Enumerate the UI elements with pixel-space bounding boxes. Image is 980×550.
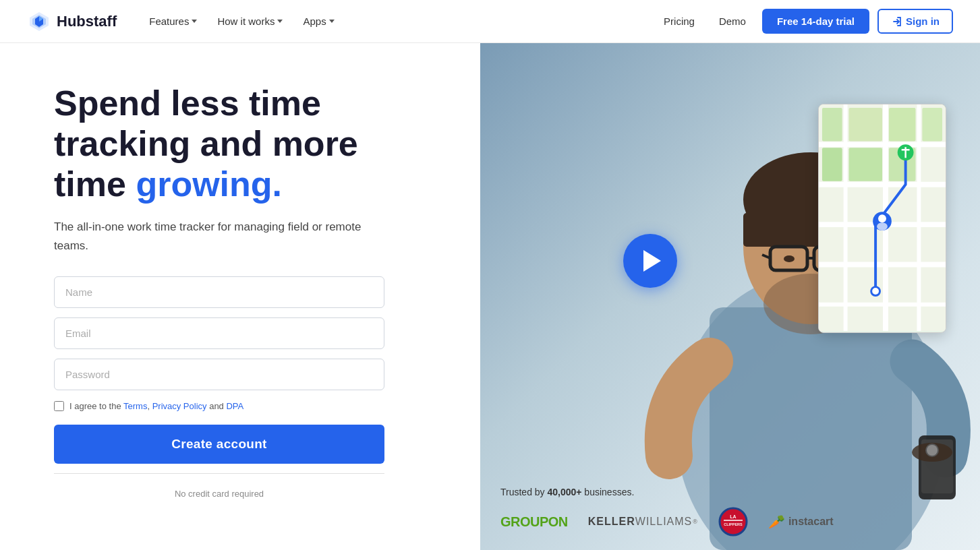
email-input[interactable] [54,317,384,349]
terms-link[interactable]: Terms [123,401,147,411]
nav-demo[interactable]: Demo [711,10,754,32]
left-panel: Spend less timetracking and moretime gro… [0,43,480,550]
signin-icon [891,16,902,27]
nav-right: Pricing Demo Free 14-day trial Sign in [656,9,953,34]
map-grid-svg [819,104,946,331]
main-container: Spend less timetracking and moretime gro… [0,43,980,550]
logos-row: GROUPON KELLERWILLIAMS® LA CLIPPERS 🥕 i [500,507,980,537]
nav-features[interactable]: Features [141,10,205,32]
chevron-down-icon [192,20,197,23]
hero-headline: Spend less timetracking and moretime gro… [54,84,440,204]
privacy-link[interactable]: Privacy Policy [152,401,207,411]
svg-point-40 [872,288,879,295]
signup-form [54,276,440,390]
headline-accent: growing. [136,164,282,204]
svg-rect-34 [822,148,842,181]
right-panel: Trusted by 40,000+ businesses. GROUPON K… [480,43,980,550]
trusted-section: Trusted by 40,000+ businesses. GROUPON K… [500,487,980,537]
terms-checkbox[interactable] [54,401,64,411]
dpa-link[interactable]: DPA [226,401,243,411]
svg-text:LA: LA [730,514,736,519]
instacart-logo: 🥕 instacart [768,514,834,530]
trusted-text: Trusted by 40,000+ businesses. [500,487,980,497]
svg-point-22 [927,445,938,456]
hubstaff-logo-icon [27,9,51,34]
create-account-button[interactable]: Create account [54,425,384,464]
svg-rect-36 [889,108,916,141]
no-credit-text: No credit card required [54,489,384,499]
hero-subtitle: The all-in-one work time tracker for man… [54,218,371,254]
password-input[interactable] [54,359,384,390]
map-overlay [818,104,946,333]
terms-label-text: I agree to the Terms, Privacy Policy and… [69,401,243,411]
logo-text: Hubstaff [57,13,117,30]
nav-links: Features How it works Apps [141,10,656,32]
chevron-down-icon [277,20,283,23]
clippers-logo: LA CLIPPERS [718,507,748,537]
keller-williams-logo: KELLERWILLIAMS® [588,516,698,528]
play-icon [643,250,661,272]
svg-rect-35 [849,148,882,181]
svg-text:CLIPPERS: CLIPPERS [724,522,743,526]
trial-button[interactable]: Free 14-day trial [762,9,869,34]
terms-checkbox-row: I agree to the Terms, Privacy Policy and… [54,401,440,411]
svg-point-42 [878,214,886,222]
name-input[interactable] [54,276,384,308]
groupon-logo: GROUPON [500,514,568,530]
logo-link[interactable]: Hubstaff [27,9,117,34]
svg-rect-37 [922,108,942,141]
nav-how-it-works[interactable]: How it works [209,10,291,32]
svg-rect-32 [822,108,842,141]
svg-point-43 [877,222,888,231]
nav-apps[interactable]: Apps [295,10,342,32]
svg-rect-33 [849,108,882,141]
navigation: Hubstaff Features How it works Apps Pric… [0,0,980,43]
nav-pricing[interactable]: Pricing [656,10,703,32]
svg-point-15 [784,255,795,262]
chevron-down-icon [329,20,335,23]
signin-button[interactable]: Sign in [877,9,953,34]
divider [54,473,384,474]
play-button[interactable] [623,234,677,288]
